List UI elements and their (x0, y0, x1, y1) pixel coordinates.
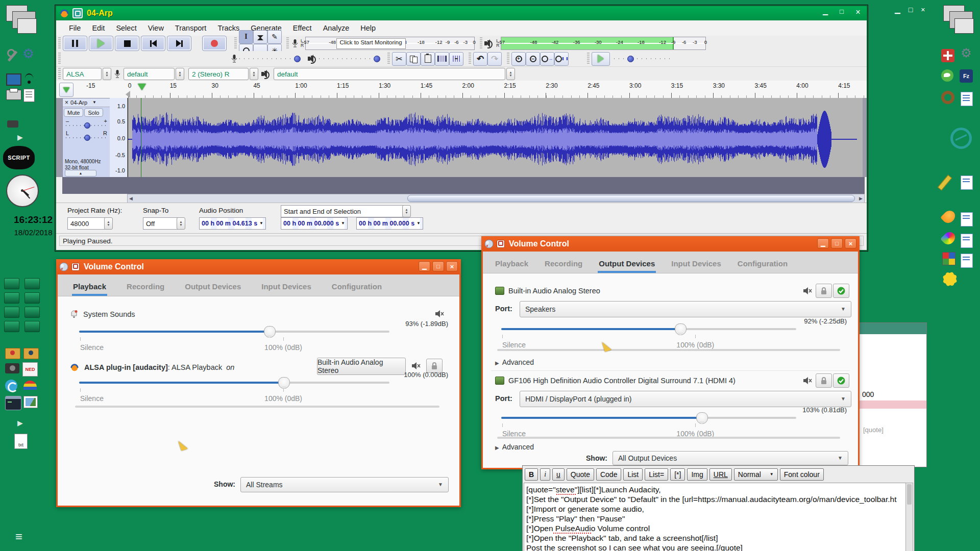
selection-mode-dropdown[interactable]: Start and End of Selection (281, 205, 404, 217)
vc2-tab-recording[interactable]: Recording (544, 259, 583, 273)
device-2-lock-button[interactable] (816, 373, 832, 388)
code-button[interactable]: Code (596, 468, 621, 481)
selection-edge-marker[interactable] (126, 91, 130, 98)
vc1-show-dropdown[interactable]: All Streams ▼ (240, 477, 449, 492)
device-1-fallback-button[interactable] (833, 284, 849, 298)
snap-to-field[interactable]: Off (143, 217, 179, 230)
zoom-selection-button[interactable]: ↔ (540, 52, 554, 66)
txt-file-icon[interactable]: txt (14, 434, 28, 449)
italic-button[interactable]: i (540, 468, 550, 481)
style-dropdown[interactable]: Normal▼ (734, 468, 778, 481)
document-icon-3[interactable] (961, 212, 973, 227)
document-icon-5[interactable] (961, 254, 973, 268)
rate-spinner[interactable]: ▲▼ (104, 217, 113, 230)
folder-games-icon[interactable] (5, 348, 20, 359)
vc2-tab-playback[interactable]: Playback (494, 259, 529, 273)
play-device-spinner[interactable]: ▲▼ (506, 68, 515, 80)
selection-end-field[interactable]: 00 h 00 m 00.000 s▼ (356, 217, 423, 230)
waveform-canvas[interactable] (127, 98, 863, 177)
expand-arrow-icon[interactable]: ▶ (17, 134, 23, 141)
ship-wheel-icon[interactable] (941, 91, 954, 104)
recording-meter[interactable]: -57-48-42-36-30-24-18-12-9-6-30 Click to… (305, 37, 475, 50)
document-icon-4[interactable] (961, 234, 973, 248)
device-1-advanced-expander[interactable]: ▶Advanced (495, 358, 534, 366)
vc1-minimize-button[interactable]: ▁ (419, 261, 430, 271)
document-icon-2[interactable] (961, 176, 973, 190)
vc1-tab-input-devices[interactable]: Input Devices (260, 282, 312, 296)
kde-gear-icon[interactable]: ⚙ (22, 47, 34, 60)
bg-maximize-icon[interactable]: □ (909, 6, 913, 13)
vc1-titlebar[interactable]: Volume Control ▁ □ × (56, 259, 461, 274)
bg-close-icon[interactable]: × (921, 6, 925, 13)
draw-tool[interactable]: ✎ (267, 30, 282, 44)
pen-tool-icon[interactable] (938, 175, 952, 191)
vc2-tab-configuration[interactable]: Configuration (737, 259, 789, 273)
recording-device-dropdown[interactable]: default (124, 68, 175, 80)
device-2-port-dropdown[interactable]: HDMI / DisplayPort 4 (plugged in)▼ (520, 391, 851, 407)
color-grid-icon[interactable] (942, 252, 955, 265)
device-2-slider[interactable] (501, 412, 796, 423)
img-button[interactable]: Img (687, 468, 707, 481)
playback-meter[interactable]: -57-48-42-36-30-24-18-12-9-6-30 (501, 37, 706, 50)
bold-button[interactable]: B (525, 468, 538, 481)
cut-button[interactable]: ✂ (392, 52, 406, 66)
tools-wrench-icon[interactable] (6, 49, 19, 63)
trim-audio-button[interactable] (435, 52, 449, 66)
scroll-right-icon[interactable]: ▶ (859, 196, 863, 201)
speaker-device-icon[interactable] (7, 120, 18, 128)
zoom-fit-button[interactable] (554, 52, 569, 66)
vc1-tab-playback[interactable]: Playback (72, 282, 107, 296)
device-2-fallback-button[interactable] (833, 373, 849, 388)
pan-slider[interactable] (66, 135, 107, 141)
vc1-tab-recording[interactable]: Recording (126, 282, 165, 296)
menu-8[interactable]: Analyze (317, 24, 355, 32)
folder-photos-icon[interactable] (23, 348, 39, 359)
ned-icon[interactable]: NED (22, 362, 38, 377)
copy-button[interactable] (406, 52, 421, 66)
audio-host-dropdown[interactable]: ALSA (63, 68, 102, 80)
font-colour-button[interactable]: Font colour (780, 468, 824, 481)
device-1-slider[interactable] (501, 323, 796, 335)
minimize-icon[interactable]: ▁ (821, 8, 830, 16)
scrollbar-thumb[interactable] (407, 195, 855, 202)
vc2-maximize-button[interactable]: □ (831, 238, 843, 248)
vc1-tab-configuration[interactable]: Configuration (331, 282, 383, 296)
menu-7[interactable]: Effect (287, 24, 317, 32)
blue-swirl-icon[interactable] (5, 380, 17, 392)
gimp-script-icon[interactable]: SCRIPT (3, 146, 35, 169)
record-button[interactable] (202, 36, 227, 51)
list-eq-button[interactable]: List= (645, 468, 668, 481)
silence-audio-button[interactable] (449, 52, 463, 66)
monitor-icon[interactable] (6, 73, 21, 86)
pinned-play-head-button[interactable] (59, 83, 74, 97)
vc2-tab-output-devices[interactable]: Output Devices (598, 259, 656, 273)
vc1-close-button[interactable]: × (446, 261, 458, 271)
vc2-tab-input-devices[interactable]: Input Devices (670, 259, 722, 273)
play-at-speed-button[interactable] (592, 52, 610, 66)
menu-9[interactable]: Help (355, 24, 381, 32)
document-icon-1[interactable] (961, 92, 973, 106)
menu-1[interactable]: Edit (86, 24, 110, 32)
vc1-maximize-button[interactable]: □ (432, 261, 444, 271)
menu-4[interactable]: Transport (169, 24, 212, 32)
window-stack-icon[interactable] (5, 4, 37, 35)
quick-play-marker[interactable] (138, 84, 146, 90)
track-name[interactable]: 04-Arp (70, 99, 87, 106)
web-browser-icon[interactable] (950, 128, 972, 149)
notes-icon[interactable] (23, 89, 35, 102)
yellow-splash-icon[interactable] (943, 272, 957, 286)
horizontal-scrollbar[interactable]: ◀ ▶ (127, 194, 865, 203)
camera-icon[interactable] (5, 363, 19, 373)
list-button[interactable]: List (623, 468, 643, 481)
underline-button[interactable]: u (552, 468, 565, 481)
filezilla-icon[interactable]: Fz (960, 69, 973, 83)
skip-end-button[interactable] (167, 36, 191, 51)
app-menu-icon[interactable] (72, 8, 83, 18)
window-stack-icon-right[interactable] (942, 4, 974, 35)
timeline-ruler[interactable]: -1501530451:001:151:301:452:002:152:302:… (56, 81, 867, 98)
playback-device-dropdown[interactable]: default (274, 68, 505, 80)
channels-spinner[interactable]: ▲▼ (250, 68, 258, 80)
printer-icon[interactable] (6, 90, 21, 100)
desktop-pager[interactable] (4, 278, 40, 332)
menu-2[interactable]: Select (110, 24, 142, 32)
